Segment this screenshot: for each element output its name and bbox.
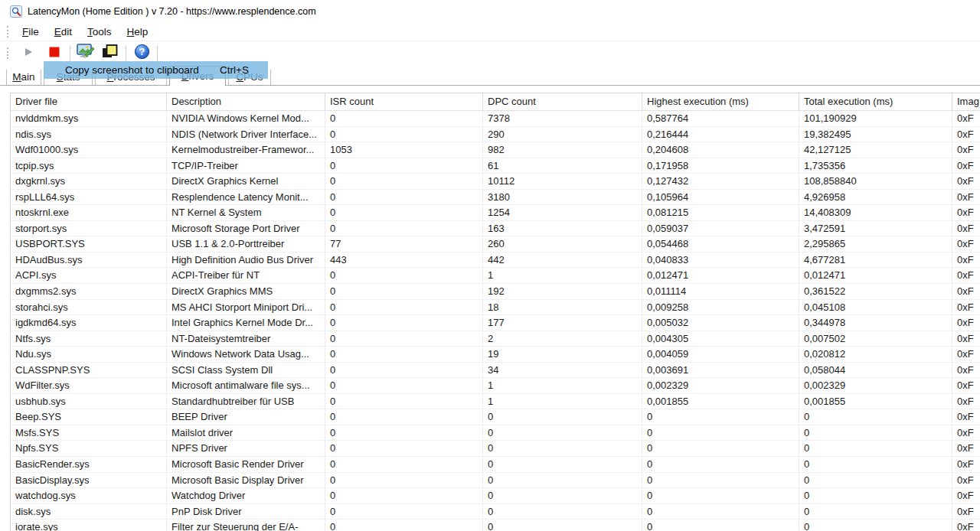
cell-image: 0xF xyxy=(952,504,980,520)
cell-file: ntoskrnl.exe xyxy=(11,205,167,220)
cell-total: 0,058044 xyxy=(799,363,952,378)
cell-total: 42,127125 xyxy=(799,142,952,158)
cell-description: NPFS Driver xyxy=(167,441,325,456)
cell-total: 2,295865 xyxy=(799,236,952,252)
tooltip-shortcut: Ctrl+S xyxy=(220,64,249,76)
cell-description: NDIS (Network Driver Interface... xyxy=(167,127,325,142)
table-row[interactable]: Beep.SYSBEEP Driver00000xF xyxy=(11,409,980,425)
cell-highest: 0 xyxy=(642,520,799,531)
table-row[interactable]: iorate.sysFilter zur Steuerung der E/A-0… xyxy=(11,520,980,531)
cell-file: USBPORT.SYS xyxy=(11,236,167,252)
table-row[interactable]: Ndu.sysWindows Network Data Usag...0190,… xyxy=(11,347,980,363)
cell-highest: 0 xyxy=(642,488,799,503)
cell-highest: 0,127432 xyxy=(642,174,799,189)
cell-highest: 0 xyxy=(642,441,799,456)
column-header-imag[interactable]: Imag xyxy=(952,93,980,110)
cell-total: 108,858840 xyxy=(799,174,952,189)
cell-image: 0xF xyxy=(952,425,980,441)
cell-image: 0xF xyxy=(952,441,980,456)
cell-file: WdFilter.sys xyxy=(11,378,167,393)
stop-monitor-button[interactable] xyxy=(44,44,65,64)
copy-screenshot-button[interactable] xyxy=(100,44,121,64)
table-row[interactable]: watchdog.sysWatchdog Driver00000xF xyxy=(11,488,980,504)
column-header-highest-execution-ms[interactable]: Highest execution (ms) xyxy=(642,93,799,110)
table-row[interactable]: ntoskrnl.exeNT Kernel & System012540,081… xyxy=(11,205,980,221)
toolbar-separator xyxy=(157,46,158,61)
menu-item-help[interactable]: Help xyxy=(119,26,156,37)
column-header-driver-file[interactable]: Driver file xyxy=(11,93,167,110)
column-header-dpc-count[interactable]: DPC count xyxy=(483,93,642,110)
cell-total: 0,007502 xyxy=(799,331,952,347)
cell-dpc: 192 xyxy=(483,284,642,299)
cell-file: Npfs.SYS xyxy=(11,441,167,456)
app-icon xyxy=(10,5,22,18)
table-row[interactable]: WdFilter.sysMicrosoft antimalware file s… xyxy=(11,378,980,394)
table-row[interactable]: ndis.sysNDIS (Network Driver Interface..… xyxy=(11,127,980,143)
table-row[interactable]: Msfs.SYSMailslot driver00000xF xyxy=(11,425,980,441)
cell-total: 0 xyxy=(799,457,952,472)
cell-total: 4,677281 xyxy=(799,252,952,268)
cell-highest: 0,059037 xyxy=(642,221,799,236)
start-monitor-button[interactable] xyxy=(18,44,39,64)
cell-total: 0 xyxy=(799,473,952,488)
table-row[interactable]: tcpip.sysTCP/IP-Treiber0610,1719581,7353… xyxy=(11,158,980,174)
tab-main[interactable]: Main xyxy=(6,70,41,86)
cell-dpc: 0 xyxy=(483,520,642,531)
cell-isr: 0 xyxy=(325,473,483,488)
table-row[interactable]: CLASSPNP.SYSSCSI Class System Dll0340,00… xyxy=(11,363,980,379)
table-row[interactable]: dxgmms2.sysDirectX Graphics MMS01920,011… xyxy=(11,284,980,300)
cell-highest: 0,054468 xyxy=(642,236,799,252)
cell-highest: 0 xyxy=(642,473,799,488)
cell-highest: 0 xyxy=(642,504,799,520)
cell-total: 0 xyxy=(799,409,952,425)
table-row[interactable]: nvlddmkm.sysNVIDIA Windows Kernel Mod...… xyxy=(11,111,980,127)
cell-description: Windows Network Data Usag... xyxy=(167,347,325,362)
menu-item-tools[interactable]: Tools xyxy=(80,26,119,37)
table-row[interactable]: rspLLL64.sysResplendence Latency Monit..… xyxy=(11,190,980,206)
table-row[interactable]: usbhub.sysStandardhubtreiber für USB010,… xyxy=(11,394,980,410)
column-header-total-execution-ms[interactable]: Total execution (ms) xyxy=(799,93,952,110)
menu-item-file[interactable]: File xyxy=(15,26,47,37)
table-row[interactable]: dxgkrnl.sysDirectX Graphics Kernel010112… xyxy=(11,174,980,190)
cell-image: 0xF xyxy=(952,315,980,331)
cell-dpc: 1254 xyxy=(483,205,642,220)
table-row[interactable]: storahci.sysMS AHCI Storport Miniport Dr… xyxy=(11,300,980,316)
table-row[interactable]: Ntfs.sysNT-Dateisystemtreiber020,0043050… xyxy=(11,331,980,347)
cell-total: 0 xyxy=(799,520,952,531)
cell-highest: 0,005032 xyxy=(642,315,799,331)
column-header-description[interactable]: Description xyxy=(167,93,325,110)
cell-highest: 0,004059 xyxy=(642,347,799,362)
tooltip-copy-screenshot: Copy screenshot to clipboard Ctrl+S xyxy=(44,61,268,79)
cell-description: Intel Graphics Kernel Mode Dr... xyxy=(167,315,325,331)
cell-highest: 0,009258 xyxy=(642,300,799,315)
table-row[interactable]: USBPORT.SYSUSB 1.1 & 2.0-Porttreiber7726… xyxy=(11,236,980,252)
cell-file: Ndu.sys xyxy=(11,347,167,362)
table-row[interactable]: Wdf01000.sysKernelmodustreiber-Framewor.… xyxy=(11,142,980,158)
cell-image: 0xF xyxy=(952,378,980,393)
table-row[interactable]: storport.sysMicrosoft Storage Port Drive… xyxy=(11,221,980,237)
cell-file: Wdf01000.sys xyxy=(11,142,167,158)
table-row[interactable]: BasicDisplay.sysMicrosoft Basic Display … xyxy=(11,473,980,489)
table-row[interactable]: Npfs.SYSNPFS Driver00000xF xyxy=(11,441,980,457)
table-row[interactable]: HDAudBus.sysHigh Definition Audio Bus Dr… xyxy=(11,252,980,269)
cell-image: 0xF xyxy=(952,347,980,362)
table-row[interactable]: ACPI.sysACPI-Treiber für NT010,0124710,0… xyxy=(11,268,980,284)
cell-dpc: 0 xyxy=(483,409,642,425)
cell-description: SCSI Class System Dll xyxy=(167,363,325,378)
table-row[interactable]: disk.sysPnP Disk Driver00000xF xyxy=(11,504,980,520)
table-row[interactable]: igdkmd64.sysIntel Graphics Kernel Mode D… xyxy=(11,315,980,331)
cell-dpc: 1 xyxy=(483,378,642,393)
help-button[interactable]: ? xyxy=(131,44,152,64)
cell-total: 0,012471 xyxy=(799,268,952,283)
table-row[interactable]: BasicRender.sysMicrosoft Basic Render Dr… xyxy=(11,457,980,473)
cell-image: 0xF xyxy=(952,221,980,236)
cell-total: 0 xyxy=(799,504,952,520)
save-screenshot-button[interactable] xyxy=(75,44,96,64)
cell-highest: 0,216444 xyxy=(642,127,799,142)
menu-item-edit[interactable]: Edit xyxy=(47,26,80,37)
svg-text:?: ? xyxy=(139,46,145,57)
cell-dpc: 7378 xyxy=(483,111,642,126)
cell-image: 0xF xyxy=(952,488,980,503)
column-header-isr-count[interactable]: ISR count xyxy=(325,93,483,110)
cell-dpc: 61 xyxy=(483,158,642,174)
